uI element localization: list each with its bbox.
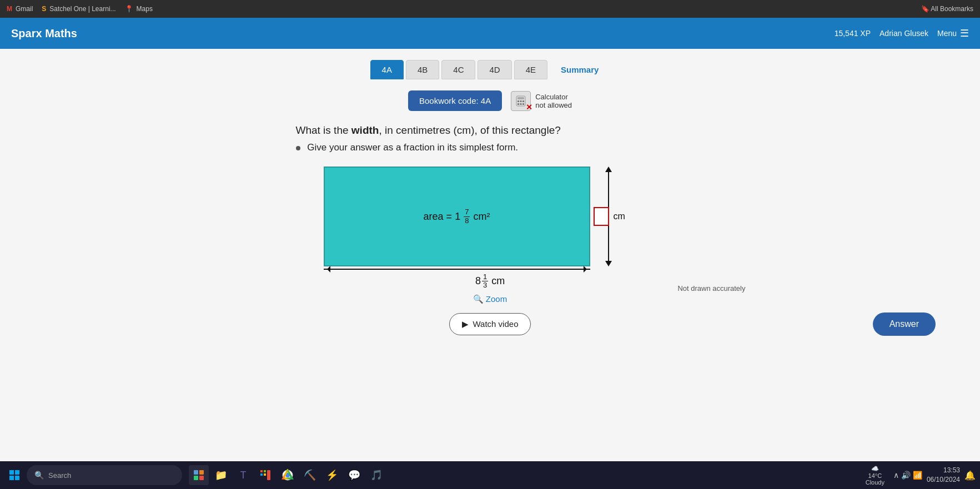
width-label-row: 8 1 3 cm Not drawn accurately [324, 273, 657, 290]
top-nav: Sparx Maths 15,541 XP Adrian Glusek Menu… [0, 18, 980, 49]
tab-4e[interactable]: 4E [514, 60, 547, 79]
svg-rect-1 [517, 97, 524, 99]
video-icon: ▶ [462, 319, 469, 329]
svg-rect-12 [194, 470, 198, 475]
taskbar-right: ☁️ 14°C Cloudy ∧ 🔊 📶 13:53 06/10/2024 🔔 [866, 465, 976, 486]
bottom-section: 8 1 3 cm Not drawn accurately [324, 269, 657, 290]
chrome-icon [282, 469, 294, 481]
answer-button[interactable]: Answer [873, 312, 936, 336]
width-answer-box[interactable] [594, 207, 609, 226]
browser-bar: M Gmail S Satchel One | Learni... 📍 Maps… [0, 0, 980, 18]
width-input-row: cm [594, 207, 625, 226]
tab-summary[interactable]: Summary [550, 61, 610, 79]
menu-hamburger-icon: ☰ [960, 27, 969, 39]
taskbar-icon-widgets[interactable] [189, 465, 209, 485]
svg-rect-13 [199, 470, 204, 475]
svg-rect-6 [520, 103, 522, 105]
diagram-outer: area = 1 7 8 cm² [324, 167, 657, 290]
area-fraction: 7 8 [464, 208, 470, 225]
tab-4b[interactable]: 4B [406, 60, 439, 79]
svg-rect-19 [264, 473, 266, 476]
discord-icon: 💬 [348, 469, 360, 481]
taskbar-icons: 📁 T [189, 465, 386, 485]
tab-4d[interactable]: 4D [478, 60, 511, 79]
taskbar-icon-chrome[interactable] [278, 465, 298, 485]
action-row: ▶ Watch video Answer [11, 313, 969, 335]
width-arrow [324, 269, 590, 270]
nav-right: 15,541 XP Adrian Glusek Menu ☰ [835, 27, 969, 39]
tab-gmail[interactable]: M Gmail [7, 5, 33, 13]
svg-rect-2 [517, 100, 519, 102]
width-dimension-label: 8 1 3 cm [475, 273, 505, 290]
svg-rect-15 [199, 476, 204, 480]
svg-rect-20 [267, 470, 270, 480]
taskbar-icon-explorer[interactable]: 📁 [211, 465, 231, 485]
weather-icon: ☁️ [871, 465, 879, 472]
width-fraction: 1 3 [482, 273, 488, 290]
taskbar-icon-discord[interactable]: 💬 [344, 465, 364, 485]
menu-button[interactable]: Menu ☰ [937, 27, 969, 39]
taskbar-icon-teams[interactable]: T [233, 465, 253, 485]
taskbar-icon-ms365[interactable] [255, 465, 275, 485]
tab-4c[interactable]: 4C [441, 60, 475, 79]
tab-4a[interactable]: 4A [370, 60, 404, 79]
taskbar-icon-spotify[interactable]: 🎵 [366, 465, 386, 485]
ms365-icon [259, 469, 272, 481]
taskbar: 🔍 Search 📁 T [0, 461, 980, 489]
bookmark-icon: 🔖 [921, 5, 929, 13]
bookwork-badge: Bookwork code: 4A [408, 90, 502, 111]
taskbar-search-icon: 🔍 [34, 471, 44, 480]
teams-icon: T [240, 470, 247, 481]
tab-satchel[interactable]: S Satchel One | Learni... [42, 5, 115, 13]
clock[interactable]: 13:53 06/10/2024 [927, 466, 960, 485]
svg-rect-4 [522, 100, 524, 102]
vert-line-top [608, 172, 609, 207]
spotify-icon: 🎵 [370, 469, 383, 481]
explorer-icon: 📁 [215, 469, 227, 481]
calc-svg [515, 95, 526, 107]
svg-rect-3 [520, 100, 522, 102]
minecraft-icon: ⛏️ [304, 469, 316, 481]
windows-icon [9, 470, 20, 481]
tabs-container: 4A 4B 4C 4D 4E Summary [370, 60, 610, 79]
calculator-status: Calculator not allowed [535, 93, 572, 109]
bullet-icon [296, 146, 300, 150]
weather-widget: ☁️ 14°C Cloudy [866, 465, 884, 486]
svg-rect-10 [9, 476, 14, 480]
area-label: area = 1 7 8 cm² [424, 208, 490, 225]
svg-rect-9 [15, 470, 19, 475]
wifi-icon[interactable]: 📶 [913, 471, 922, 480]
taskbar-search-bar[interactable]: 🔍 Search [27, 465, 182, 485]
svg-rect-18 [260, 473, 263, 476]
start-button[interactable] [4, 465, 24, 485]
bookwork-area: Bookwork code: 4A ✕ [408, 90, 572, 111]
question-line1: What is the width, in centimetres (cm), … [296, 124, 685, 137]
satchel-icon: S [42, 5, 46, 13]
bookmarks-link[interactable]: 🔖 All Bookmarks [921, 5, 973, 13]
taskbar-icon-minecraft[interactable]: ⛏️ [300, 465, 320, 485]
svg-rect-16 [260, 470, 263, 472]
xp-display: 15,541 XP [835, 29, 871, 38]
svg-rect-7 [522, 103, 524, 105]
svg-rect-17 [264, 470, 266, 472]
main-page: Sparx Maths 15,541 XP Adrian Glusek Menu… [0, 18, 980, 461]
chevron-tray-icon[interactable]: ∧ [893, 471, 899, 480]
system-tray-icons: ∧ 🔊 📶 [893, 471, 922, 480]
tab-maps[interactable]: 📍 Maps [125, 5, 153, 13]
edge-icon: ⚡ [326, 469, 338, 481]
svg-rect-5 [517, 103, 519, 105]
svg-rect-14 [194, 476, 198, 480]
calculator-icon: ✕ [511, 91, 531, 111]
calculator-x-icon: ✕ [526, 103, 532, 112]
vert-line-bottom [608, 226, 609, 261]
watch-video-button[interactable]: ▶ Watch video [449, 313, 531, 335]
taskbar-icon-edge[interactable]: ⚡ [322, 465, 342, 485]
arrow-up-icon [605, 167, 612, 172]
not-drawn-label: Not drawn accurately [677, 284, 745, 293]
teal-rectangle: area = 1 7 8 cm² [324, 167, 590, 266]
notification-icon[interactable]: 🔔 [964, 470, 976, 481]
user-name: Adrian Glusek [880, 29, 928, 38]
sparx-logo: Sparx Maths [11, 27, 77, 40]
speaker-icon[interactable]: 🔊 [901, 471, 911, 480]
zoom-button[interactable]: 🔍 Zoom [473, 294, 507, 304]
